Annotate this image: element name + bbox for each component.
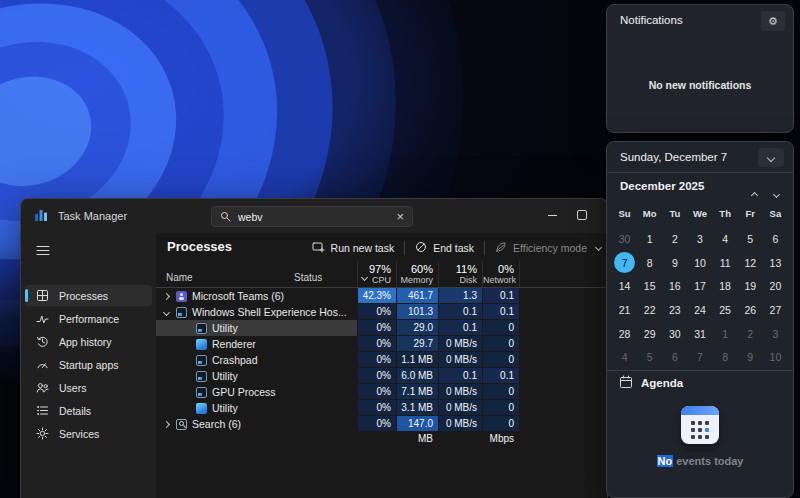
- efficiency-mode-button[interactable]: Efficiency mode: [487, 237, 595, 259]
- minimize-button[interactable]: [539, 204, 565, 226]
- hamburger-menu-icon[interactable]: [36, 242, 50, 260]
- calendar-day[interactable]: 8: [637, 251, 662, 275]
- process-row[interactable]: Search (6)0%147.0 MB0 MB/s0 Mbps: [156, 416, 607, 432]
- calendar-day[interactable]: 3: [687, 227, 712, 251]
- calendar-day[interactable]: 5: [637, 345, 662, 369]
- sidebar-item-performance[interactable]: Performance: [25, 308, 152, 329]
- calendar-day[interactable]: 19: [738, 274, 763, 298]
- process-row[interactable]: Microsoft Teams (6)42.3%461.7 MB1.3 MB/s…: [156, 288, 607, 304]
- calendar-day[interactable]: 7: [612, 251, 637, 275]
- end-task-button[interactable]: End task: [407, 237, 482, 259]
- calendar-day[interactable]: 1: [713, 322, 738, 346]
- process-row[interactable]: Utility0%29.0 MB0.1 MB/s0 Mbps: [156, 320, 607, 336]
- calendar-day[interactable]: 30: [612, 227, 637, 251]
- sidebar-item-details[interactable]: Details: [25, 400, 152, 421]
- collapse-chevron-icon[interactable]: [163, 308, 170, 315]
- notification-settings-button[interactable]: ⚙: [761, 11, 785, 31]
- process-row[interactable]: Utility0%6.0 MB0.1 MB/s0.1 Mbps: [156, 368, 607, 384]
- calendar-day[interactable]: 14: [612, 274, 637, 298]
- process-cpu-cell: 0%: [357, 384, 396, 399]
- calendar-day[interactable]: 4: [612, 345, 637, 369]
- calendar-day[interactable]: 18: [713, 274, 738, 298]
- process-row[interactable]: GPU Process0%7.1 MB0 MB/s0 Mbps: [156, 384, 607, 400]
- calendar-day[interactable]: 2: [738, 322, 763, 346]
- calendar-day[interactable]: 4: [713, 227, 738, 251]
- calendar-day-number: 10: [765, 347, 786, 368]
- calendar-day[interactable]: 25: [713, 298, 738, 322]
- calendar-day[interactable]: 15: [637, 274, 662, 298]
- calendar-next-month-button[interactable]: [774, 183, 779, 201]
- calendar-day[interactable]: 9: [738, 345, 763, 369]
- calendar-collapse-button[interactable]: [758, 148, 784, 167]
- calendar-day[interactable]: 24: [687, 298, 712, 322]
- calendar-day[interactable]: 29: [637, 322, 662, 346]
- process-disk-cell: 0 MB/s: [438, 384, 482, 399]
- calendar-day[interactable]: 9: [662, 251, 687, 275]
- calendar-day[interactable]: 22: [637, 298, 662, 322]
- expand-chevron-icon[interactable]: [163, 420, 170, 427]
- column-header-disk[interactable]: 11% Disk: [438, 261, 482, 287]
- search-box[interactable]: ×: [211, 206, 413, 227]
- process-row[interactable]: Crashpad0%1.1 MB0 MB/s0 Mbps: [156, 352, 607, 368]
- sidebar-item-services[interactable]: Services: [25, 423, 152, 444]
- calendar-day[interactable]: 12: [738, 251, 763, 275]
- sidebar-item-app-history[interactable]: App history: [25, 331, 152, 352]
- column-header-memory[interactable]: 60% Memory: [396, 261, 438, 287]
- calendar-day[interactable]: 17: [687, 274, 712, 298]
- process-row[interactable]: Renderer0%29.7 MB0 MB/s0 Mbps: [156, 336, 607, 352]
- expand-chevron-icon[interactable]: [163, 292, 170, 299]
- calendar-day[interactable]: 6: [662, 345, 687, 369]
- maximize-button[interactable]: [569, 204, 595, 226]
- calendar-day[interactable]: 26: [738, 298, 763, 322]
- calendar-day[interactable]: 10: [763, 345, 788, 369]
- calendar-prev-month-button[interactable]: [752, 184, 757, 202]
- column-header-status[interactable]: Status: [294, 272, 322, 283]
- calendar-day-number: 23: [664, 299, 685, 320]
- calendar-day[interactable]: 20: [763, 274, 788, 298]
- calendar-day[interactable]: 21: [612, 298, 637, 322]
- calendar-day[interactable]: 6: [763, 227, 788, 251]
- calendar-day[interactable]: 28: [612, 322, 637, 346]
- clear-search-icon[interactable]: ×: [396, 210, 404, 223]
- column-header-name[interactable]: Name: [166, 272, 193, 283]
- app-window-icon: [176, 307, 187, 318]
- calendar-day[interactable]: 30: [662, 322, 687, 346]
- calendar-day[interactable]: 23: [662, 298, 687, 322]
- toolbar-overflow-chevron-icon[interactable]: [595, 244, 602, 251]
- calendar-day[interactable]: 16: [662, 274, 687, 298]
- calendar-day[interactable]: 5: [738, 227, 763, 251]
- column-header-network[interactable]: 0% Network: [482, 261, 519, 287]
- toolbar: Run new task End task Efficiency mode: [304, 236, 604, 259]
- process-cpu-cell: 0%: [357, 304, 396, 319]
- calendar-month-label: December 2025: [620, 180, 704, 192]
- calendar-day-number: 29: [639, 323, 660, 344]
- calendar-day[interactable]: 3: [763, 322, 788, 346]
- search-input[interactable]: [238, 211, 389, 223]
- day-name-label: Sa: [763, 208, 788, 219]
- calendar-day[interactable]: 7: [687, 345, 712, 369]
- renderer-window-icon: [196, 403, 207, 414]
- run-new-task-button[interactable]: Run new task: [304, 237, 403, 259]
- process-row[interactable]: Windows Shell Experience Hos...0%101.3 M…: [156, 304, 607, 320]
- sidebar-item-processes[interactable]: Processes: [25, 285, 152, 306]
- calendar-day[interactable]: 31: [687, 322, 712, 346]
- calendar-day[interactable]: 13: [763, 251, 788, 275]
- column-header-cpu[interactable]: 97% CPU: [357, 261, 396, 287]
- agenda-header[interactable]: Agenda: [619, 375, 683, 391]
- calendar-day-number: 4: [715, 228, 736, 249]
- calendar-day[interactable]: 27: [763, 298, 788, 322]
- process-name-cell: Search (6): [156, 416, 357, 432]
- sidebar-item-startup-apps[interactable]: Startup apps: [25, 354, 152, 375]
- calendar-day-number: 31: [689, 323, 710, 344]
- process-row[interactable]: Utility0%3.1 MB0 MB/s0 Mbps: [156, 400, 607, 416]
- process-name-cell: GPU Process: [156, 384, 357, 400]
- calendar-day[interactable]: 1: [637, 227, 662, 251]
- process-disk-cell: 0 MB/s: [438, 400, 482, 415]
- calendar-day-number: 5: [740, 228, 761, 249]
- calendar-day[interactable]: 11: [713, 251, 738, 275]
- calendar-day[interactable]: 8: [713, 345, 738, 369]
- minimize-icon: [548, 215, 557, 216]
- calendar-day[interactable]: 2: [662, 227, 687, 251]
- calendar-day[interactable]: 10: [687, 251, 712, 275]
- sidebar-item-users[interactable]: Users: [25, 377, 152, 398]
